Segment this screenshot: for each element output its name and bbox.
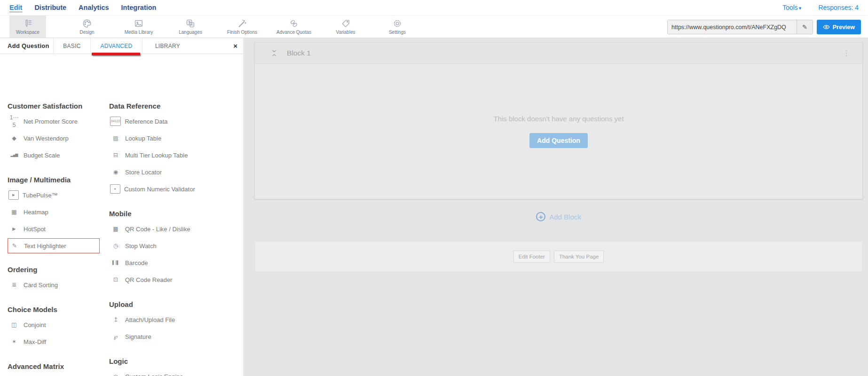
question-type-label: Max-Diff: [24, 338, 46, 345]
numeric-validator-icon: ∗: [110, 184, 120, 194]
branch-icon: ψ: [110, 373, 121, 376]
question-type-label: QR Code Reader: [125, 276, 172, 283]
nav-distribute[interactable]: Distribute: [34, 4, 66, 11]
highlighter-pen-icon: ✎: [9, 242, 20, 250]
tools-menu[interactable]: Tools▾: [782, 4, 801, 11]
question-type-budget-scale[interactable]: ▂▄▆Budget Scale: [8, 147, 105, 164]
question-type-label: Stop Watch: [125, 243, 157, 250]
question-type-label: Heatmap: [24, 209, 48, 216]
question-type-label: Custom Numeric Validator: [124, 186, 195, 193]
section-title-image-multimedia: Image / Multimedia: [8, 176, 105, 184]
question-type-custom-logic-engine[interactable]: ψCustom Logic Engine: [109, 368, 240, 376]
edit-footer-button[interactable]: Edit Footer: [513, 251, 550, 263]
question-type-max-diff[interactable]: ✶Max-Diff: [8, 333, 105, 350]
footer-panel: Edit Footer Thank You Page: [254, 241, 863, 272]
question-type-reference-data[interactable]: 94122Reference Data: [109, 113, 240, 130]
question-type-lookup-table[interactable]: ▤Lookup Table: [109, 130, 240, 147]
question-type-barcode[interactable]: ▌║▌Barcode: [109, 254, 240, 271]
cursor-icon: ►: [8, 225, 20, 233]
question-type-label: Multi Tier Lookup Table: [125, 152, 188, 159]
toolbar-item-languages[interactable]: A Languages: [165, 16, 216, 38]
question-type-label: Conjoint: [24, 321, 46, 329]
toolbar-item-settings[interactable]: Settings: [371, 16, 423, 38]
question-type-heatmap[interactable]: ▦Heatmap: [8, 204, 105, 220]
question-type-signature[interactable]: ℘Signature: [109, 328, 240, 345]
thank-you-page-button[interactable]: Thank You Page: [554, 251, 604, 263]
stacked-dropdown-icon: ⊟: [110, 151, 121, 159]
questionpro-survey-editor: Edit Distribute Analytics Integration To…: [0, 0, 868, 376]
close-icon[interactable]: ×: [233, 41, 237, 51]
edit-url-button[interactable]: ✎: [797, 20, 813, 34]
plus-circle-icon: +: [536, 212, 545, 221]
translate-icon: A: [185, 18, 196, 29]
empty-block-message: This block doesn't have any questions ye…: [493, 115, 623, 123]
collapse-block-icon[interactable]: [270, 49, 278, 57]
toolbar-item-media-library[interactable]: Media Library: [113, 16, 165, 38]
question-type-label: Budget Scale: [24, 152, 60, 159]
question-type-label: Reference Data: [125, 118, 167, 125]
block-header: Block 1 ⋮: [255, 43, 862, 64]
gear-icon: [392, 18, 402, 29]
toolbar-item-label: Workspace: [16, 30, 39, 35]
question-type-multi-tier-lookup-table[interactable]: ⊟Multi Tier Lookup Table: [109, 147, 240, 164]
question-type-hotspot[interactable]: ►HotSpot: [8, 220, 105, 237]
survey-url-field: ✎: [667, 20, 813, 34]
block-menu-icon[interactable]: ⋮: [843, 50, 850, 56]
section-title-data-reference: Data Reference: [109, 102, 240, 110]
responses-count[interactable]: Responses: 4: [818, 4, 859, 11]
nav-analytics[interactable]: Analytics: [79, 4, 109, 11]
tab-advanced[interactable]: ADVANCED: [90, 38, 142, 54]
question-type-net-promoter-score[interactable]: 1⋯5Net Promoter Score: [8, 113, 105, 130]
nav-edit[interactable]: Edit: [9, 4, 22, 11]
add-block-button[interactable]: + Add Block: [254, 212, 863, 221]
block-title[interactable]: Block 1: [287, 49, 311, 57]
question-type-stop-watch[interactable]: ◷Stop Watch: [109, 237, 240, 254]
toolbar-item-label: Variables: [336, 30, 355, 35]
video-icon: ▶: [8, 190, 19, 200]
question-type-label: HotSpot: [24, 226, 46, 233]
eye-icon: [823, 24, 830, 30]
workspace-icon: [23, 18, 33, 29]
question-type-van-westendorp[interactable]: ◆Van Westendorp: [8, 130, 105, 147]
question-type-custom-numeric-validator[interactable]: ∗Custom Numeric Validator: [109, 180, 240, 197]
bar-chart-icon: ▂▄▆: [8, 151, 20, 159]
heatmap-icon: ▦: [8, 208, 20, 216]
toolbar-item-design[interactable]: Design: [61, 16, 113, 38]
toolbar-item-finish-options[interactable]: Finish Options: [216, 16, 268, 38]
split-panels-icon: ◫: [8, 321, 20, 329]
caret-down-icon: ▾: [799, 5, 802, 11]
question-type-tubepulse[interactable]: ▶TubePulse™: [8, 187, 105, 204]
question-column-1: Customer Satisfaction1⋯5Net Promoter Sco…: [8, 92, 105, 376]
toolbar-item-label: Media Library: [125, 30, 153, 35]
toolbar-item-variables[interactable]: Variables: [320, 16, 371, 38]
question-type-card-sorting[interactable]: ≣Card Sorting: [8, 276, 105, 293]
question-type-qr-code-like-dislike[interactable]: ▩QR Code - Like / Dislike: [109, 220, 240, 237]
section-title-mobile: Mobile: [109, 210, 240, 218]
tab-basic[interactable]: BASIC: [53, 38, 90, 54]
question-type-text-highlighter[interactable]: ✎Text Highlighter: [8, 238, 100, 253]
question-type-label: Card Sorting: [24, 282, 58, 289]
toolbar-item-label: Design: [79, 30, 94, 35]
survey-url-input[interactable]: [668, 20, 797, 34]
pencil-icon: ✎: [802, 24, 807, 31]
magic-wand-icon: [237, 18, 247, 29]
zipcode-box-icon: 94122: [110, 117, 121, 126]
toolbar-item-advance-quotas[interactable]: Advance Quotas: [268, 16, 320, 38]
add-question-button[interactable]: Add Question: [529, 133, 588, 148]
question-type-conjoint[interactable]: ◫Conjoint: [8, 316, 105, 333]
question-type-attach-upload-file[interactable]: ↥Attach/Upload File: [109, 311, 240, 328]
panel-title: Add Question: [0, 38, 53, 54]
question-type-qr-code-reader[interactable]: ⊡QR Code Reader: [109, 271, 240, 288]
toolbar-item-label: Settings: [389, 30, 406, 35]
panel-tabs: Add Question BASIC ADVANCED LIBRARY ×: [0, 38, 243, 54]
nav-integration[interactable]: Integration: [121, 4, 157, 11]
toolbar-item-label: Finish Options: [227, 30, 257, 35]
editor-toolbar: Workspace Design Media Library A Languag…: [0, 16, 868, 38]
question-type-side-by-side-matrix[interactable]: ∷Side-By-Side Matrix: [8, 373, 105, 376]
question-type-label: Text Highlighter: [24, 243, 66, 250]
toolbar-item-workspace[interactable]: Workspace: [9, 16, 46, 38]
question-type-store-locator[interactable]: ◉Store Locator: [109, 164, 240, 180]
tab-library[interactable]: LIBRARY: [142, 38, 193, 54]
preview-button[interactable]: Preview: [817, 20, 861, 34]
question-type-label: Barcode: [125, 259, 148, 266]
